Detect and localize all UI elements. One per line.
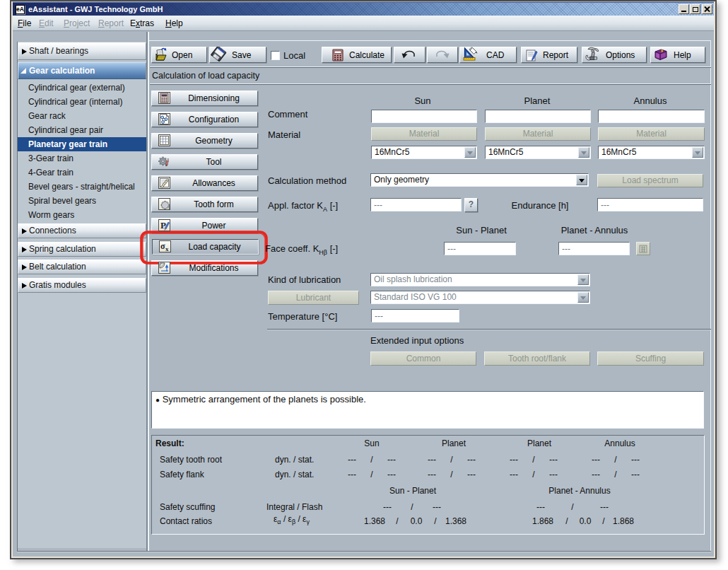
- svg-text:x: x: [165, 245, 169, 252]
- svg-text:σ: σ: [160, 241, 165, 251]
